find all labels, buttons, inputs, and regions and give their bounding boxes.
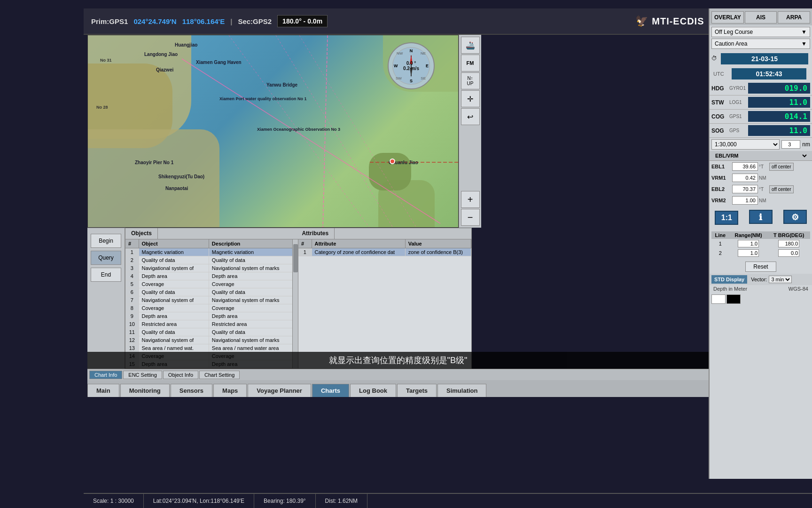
off-leg-course-label: Off Leg Course bbox=[715, 29, 801, 35]
table-row[interactable]: 1 Magnetic variation Magnetic variation bbox=[125, 248, 298, 256]
tab-voyage-planner[interactable]: Voyage Planner bbox=[248, 384, 311, 397]
chart-setting-button[interactable]: Chart Setting bbox=[199, 371, 240, 379]
tab-main[interactable]: Main bbox=[87, 384, 119, 397]
objects-scroll[interactable]: # Object Description 1 Magnetic variatio… bbox=[125, 239, 298, 368]
line-table: Line Range(NM) T BRG(DEG) 1 2 bbox=[710, 230, 812, 260]
arpa-button[interactable]: ARPA bbox=[778, 11, 810, 24]
range-input[interactable] bbox=[781, 140, 800, 149]
obj-num: 5 bbox=[125, 280, 139, 288]
obj-num: 2 bbox=[125, 256, 139, 264]
obj-object: Depth area bbox=[139, 272, 209, 280]
obj-num: 7 bbox=[125, 296, 139, 304]
table-row[interactable]: 6 Quality of data Quality of data bbox=[125, 288, 298, 296]
scale-select[interactable]: 1:30,000 bbox=[711, 139, 780, 150]
table-row[interactable]: 12 Navigational system of Navigational s… bbox=[125, 336, 298, 344]
line-row-2: 2 bbox=[711, 248, 810, 258]
line1-range-input[interactable] bbox=[738, 240, 759, 247]
obj-object: Magnetic variation bbox=[139, 248, 209, 256]
enc-setting-button[interactable]: ENC Setting bbox=[123, 371, 162, 379]
tab-monitoring[interactable]: Monitoring bbox=[120, 384, 170, 397]
begin-button[interactable]: Begin bbox=[91, 234, 121, 248]
obj-description: Magnetic variation bbox=[209, 248, 297, 256]
vector-select[interactable]: 3 min 6 min bbox=[769, 276, 792, 283]
vrm1-input[interactable] bbox=[732, 174, 758, 182]
ais-button[interactable]: AIS bbox=[745, 11, 777, 24]
map-label-shikeng: Shikengyuzi(Tu Dao) bbox=[158, 174, 204, 179]
map-label-nanpao: Nanpaotai bbox=[165, 186, 188, 191]
obj-description: Quality of data bbox=[209, 288, 297, 296]
object-info-button[interactable]: Object Info bbox=[163, 371, 198, 379]
attributes-scroll[interactable]: # Attribute Value 1 Category of zone of … bbox=[298, 239, 471, 368]
zoom-in-button[interactable]: + bbox=[461, 191, 480, 208]
depth-label: Depth in Meter bbox=[713, 286, 747, 292]
ebl2-input[interactable] bbox=[732, 185, 758, 193]
tab-simulation[interactable]: Simulation bbox=[437, 384, 486, 397]
chart-info-button[interactable]: Chart Info bbox=[89, 371, 122, 379]
ebl1-input[interactable] bbox=[732, 162, 758, 171]
tab-sensors[interactable]: Sensors bbox=[171, 384, 212, 397]
obj-object: Quality of data bbox=[139, 328, 209, 336]
back-button[interactable]: ↩ bbox=[461, 108, 480, 125]
caution-area-dropdown[interactable]: Caution Area ▼ bbox=[711, 39, 810, 49]
obj-num: 12 bbox=[125, 336, 139, 344]
status-bar: Scale: 1 : 30000 Lat:024°23.094'N, Lon:1… bbox=[84, 493, 812, 508]
obj-object: Restricted area bbox=[139, 320, 209, 328]
vrm2-label: VRM2 bbox=[711, 198, 731, 203]
gps-info: Prim:GPS1 024°24.749'N 118°06.164'E | Se… bbox=[84, 15, 335, 27]
reset-button[interactable]: Reset bbox=[745, 262, 776, 272]
ebl2-off-button[interactable]: off center bbox=[769, 185, 794, 193]
table-row[interactable]: 5 Coverage Coverage bbox=[125, 280, 298, 288]
hdg-row: HDG GYRO1 019.0 bbox=[710, 81, 812, 95]
obj-description: Quality of data bbox=[209, 256, 297, 264]
map-area[interactable]: Huangjiao Langdong Jiao Qiazwei Xiamen G… bbox=[87, 35, 459, 228]
info-button[interactable]: ℹ bbox=[749, 210, 773, 224]
map-label-zhaoyir: Zhaoyir Pier No 1 bbox=[135, 160, 173, 165]
table-row[interactable]: 11 Quality of data Quality of data bbox=[125, 328, 298, 336]
fm-button[interactable]: FM bbox=[461, 55, 480, 71]
stw-value: 11.0 bbox=[748, 97, 810, 108]
table-row[interactable]: 7 Navigational system of Navigational sy… bbox=[125, 296, 298, 304]
hdg-label: HDG bbox=[711, 85, 729, 92]
table-row[interactable]: 9 Depth area Depth area bbox=[125, 312, 298, 320]
hdg-value: 019.0 bbox=[748, 83, 810, 94]
utc-row: UTC 01:52:43 bbox=[710, 66, 812, 81]
ebl-vrm-select[interactable]: EBL/VRM bbox=[713, 152, 808, 159]
vrm2-input[interactable] bbox=[732, 196, 758, 205]
north-up-button[interactable]: N↑UP bbox=[461, 72, 480, 89]
tab-charts[interactable]: Charts bbox=[312, 384, 349, 397]
table-row[interactable]: 13 Sea area / named wat. Sea area / name… bbox=[125, 344, 298, 352]
line2-range-input[interactable] bbox=[738, 249, 759, 257]
zoom-out-button[interactable]: − bbox=[461, 209, 480, 226]
off-leg-course-dropdown[interactable]: Off Leg Course ▼ bbox=[711, 27, 810, 37]
overlay-button[interactable]: OVERLAY bbox=[711, 11, 744, 24]
cursor-icon[interactable]: ✛ bbox=[461, 90, 480, 107]
line2-brg-input[interactable] bbox=[778, 249, 799, 257]
end-button[interactable]: End bbox=[91, 268, 121, 282]
table-row[interactable]: 4 Depth area Depth area bbox=[125, 272, 298, 280]
line1-brg-input[interactable] bbox=[778, 240, 799, 247]
ratio-button[interactable]: 1:1 bbox=[715, 211, 738, 225]
table-row[interactable]: 2 Quality of data Quality of data bbox=[125, 256, 298, 264]
tab-maps[interactable]: Maps bbox=[213, 384, 247, 397]
std-display-button[interactable]: STD Display bbox=[711, 275, 747, 284]
settings-button[interactable]: ⚙ bbox=[783, 210, 807, 224]
black-swatch[interactable] bbox=[726, 294, 741, 304]
tab-log-book[interactable]: Log Book bbox=[350, 384, 396, 397]
table-row[interactable]: 10 Restricted area Restricted area bbox=[125, 320, 298, 328]
ebl1-off-button[interactable]: off center bbox=[769, 163, 794, 171]
query-button[interactable]: Query bbox=[91, 251, 121, 265]
cog-sublabel: GPS1 bbox=[729, 114, 748, 119]
white-swatch[interactable] bbox=[711, 294, 726, 304]
attr-col-attribute: Attribute bbox=[312, 239, 405, 248]
sog-row: SOG GPS 11.0 bbox=[710, 124, 812, 138]
stw-row: STW LOG1 11.0 bbox=[710, 95, 812, 110]
obj-object: Sea area / named wat. bbox=[139, 344, 209, 352]
tab-targets[interactable]: Targets bbox=[397, 384, 437, 397]
std-display-row: STD Display Vector: 3 min 6 min bbox=[710, 274, 812, 285]
ship-icon[interactable]: 🚢 bbox=[461, 37, 480, 54]
table-row[interactable]: 3 Navigational system of Navigational sy… bbox=[125, 264, 298, 272]
objects-scrollbar[interactable] bbox=[292, 239, 298, 368]
attr-col-num: # bbox=[298, 239, 312, 248]
table-row[interactable]: 1 Category of zone of confidence dat zon… bbox=[298, 248, 471, 256]
table-row[interactable]: 8 Coverage Coverage bbox=[125, 304, 298, 312]
